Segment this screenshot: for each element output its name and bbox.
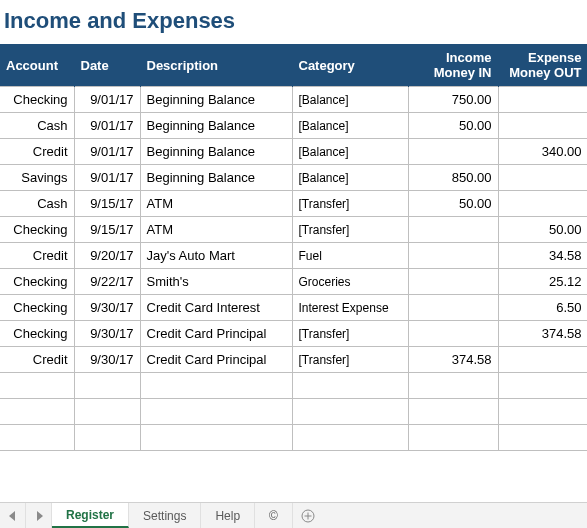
cell-category[interactable] — [292, 399, 408, 425]
cell-category[interactable]: [Balance] — [292, 87, 408, 113]
cell-income[interactable]: 50.00 — [408, 113, 498, 139]
cell-expense[interactable]: 374.58 — [498, 321, 587, 347]
cell-expense[interactable] — [498, 373, 587, 399]
col-income[interactable]: Income Money IN — [408, 44, 498, 87]
cell-income[interactable] — [408, 321, 498, 347]
cell-description[interactable] — [140, 399, 292, 425]
col-date[interactable]: Date — [74, 44, 140, 87]
cell-category[interactable]: [Balance] — [292, 165, 408, 191]
sheet-tab-register[interactable]: Register — [52, 503, 129, 528]
cell-income[interactable]: 750.00 — [408, 87, 498, 113]
cell-expense[interactable] — [498, 191, 587, 217]
cell-expense[interactable]: 340.00 — [498, 139, 587, 165]
cell-account[interactable] — [0, 425, 74, 451]
cell-income[interactable] — [408, 243, 498, 269]
cell-account[interactable]: Savings — [0, 165, 74, 191]
cell-expense[interactable] — [498, 399, 587, 425]
cell-income[interactable] — [408, 139, 498, 165]
cell-category[interactable]: [Transfer] — [292, 347, 408, 373]
cell-income[interactable] — [408, 217, 498, 243]
cell-expense[interactable] — [498, 87, 587, 113]
cell-expense[interactable]: 50.00 — [498, 217, 587, 243]
cell-category[interactable]: Groceries — [292, 269, 408, 295]
col-category[interactable]: Category — [292, 44, 408, 87]
cell-category[interactable]: [Transfer] — [292, 217, 408, 243]
cell-account[interactable]: Credit — [0, 347, 74, 373]
cell-account[interactable]: Checking — [0, 321, 74, 347]
cell-date[interactable]: 9/01/17 — [74, 87, 140, 113]
cell-date[interactable]: 9/01/17 — [74, 165, 140, 191]
cell-expense[interactable] — [498, 165, 587, 191]
table-row — [0, 399, 587, 425]
table-header-row: Account Date Description Category Income… — [0, 44, 587, 87]
cell-description[interactable]: Beginning Balance — [140, 113, 292, 139]
cell-date[interactable]: 9/30/17 — [74, 295, 140, 321]
cell-category[interactable]: [Balance] — [292, 113, 408, 139]
cell-account[interactable]: Credit — [0, 243, 74, 269]
svg-marker-1 — [37, 511, 43, 521]
sheet-tab-©[interactable]: © — [255, 503, 293, 528]
cell-account[interactable]: Cash — [0, 191, 74, 217]
cell-description[interactable]: Credit Card Interest — [140, 295, 292, 321]
cell-income[interactable]: 850.00 — [408, 165, 498, 191]
cell-date[interactable]: 9/20/17 — [74, 243, 140, 269]
cell-description[interactable]: ATM — [140, 217, 292, 243]
cell-date[interactable] — [74, 425, 140, 451]
tab-nav-prev[interactable] — [0, 503, 26, 528]
col-description[interactable]: Description — [140, 44, 292, 87]
cell-date[interactable]: 9/01/17 — [74, 139, 140, 165]
cell-expense[interactable] — [498, 113, 587, 139]
cell-account[interactable]: Cash — [0, 113, 74, 139]
col-account[interactable]: Account — [0, 44, 74, 87]
cell-account[interactable]: Checking — [0, 295, 74, 321]
cell-account[interactable] — [0, 399, 74, 425]
cell-category[interactable]: [Balance] — [292, 139, 408, 165]
cell-account[interactable]: Checking — [0, 217, 74, 243]
cell-income[interactable] — [408, 295, 498, 321]
cell-description[interactable] — [140, 425, 292, 451]
cell-date[interactable]: 9/01/17 — [74, 113, 140, 139]
cell-category[interactable]: [Transfer] — [292, 191, 408, 217]
cell-date[interactable]: 9/22/17 — [74, 269, 140, 295]
cell-description[interactable]: Credit Card Principal — [140, 321, 292, 347]
cell-income[interactable] — [408, 399, 498, 425]
cell-date[interactable]: 9/15/17 — [74, 217, 140, 243]
cell-date[interactable]: 9/15/17 — [74, 191, 140, 217]
cell-category[interactable]: Fuel — [292, 243, 408, 269]
cell-description[interactable]: Beginning Balance — [140, 165, 292, 191]
sheet-tab-help[interactable]: Help — [201, 503, 255, 528]
sheet-tab-settings[interactable]: Settings — [129, 503, 201, 528]
cell-date[interactable]: 9/30/17 — [74, 347, 140, 373]
cell-description[interactable]: Beginning Balance — [140, 139, 292, 165]
cell-account[interactable]: Credit — [0, 139, 74, 165]
add-sheet-button[interactable] — [293, 503, 323, 528]
cell-income[interactable] — [408, 373, 498, 399]
cell-date[interactable] — [74, 373, 140, 399]
cell-income[interactable]: 374.58 — [408, 347, 498, 373]
cell-date[interactable]: 9/30/17 — [74, 321, 140, 347]
col-expense[interactable]: Expense Money OUT — [498, 44, 587, 87]
cell-expense[interactable] — [498, 347, 587, 373]
cell-description[interactable]: ATM — [140, 191, 292, 217]
cell-description[interactable]: Smith's — [140, 269, 292, 295]
cell-description[interactable]: Credit Card Principal — [140, 347, 292, 373]
cell-account[interactable]: Checking — [0, 269, 74, 295]
cell-income[interactable] — [408, 425, 498, 451]
cell-expense[interactable]: 25.12 — [498, 269, 587, 295]
tab-nav-next[interactable] — [26, 503, 52, 528]
cell-expense[interactable]: 34.58 — [498, 243, 587, 269]
cell-category[interactable]: [Transfer] — [292, 321, 408, 347]
cell-income[interactable] — [408, 269, 498, 295]
cell-category[interactable] — [292, 373, 408, 399]
cell-income[interactable]: 50.00 — [408, 191, 498, 217]
cell-account[interactable]: Checking — [0, 87, 74, 113]
cell-description[interactable]: Jay's Auto Mart — [140, 243, 292, 269]
cell-expense[interactable] — [498, 425, 587, 451]
cell-expense[interactable]: 6.50 — [498, 295, 587, 321]
cell-category[interactable]: Interest Expense — [292, 295, 408, 321]
cell-account[interactable] — [0, 373, 74, 399]
cell-category[interactable] — [292, 425, 408, 451]
cell-description[interactable] — [140, 373, 292, 399]
cell-date[interactable] — [74, 399, 140, 425]
cell-description[interactable]: Beginning Balance — [140, 87, 292, 113]
